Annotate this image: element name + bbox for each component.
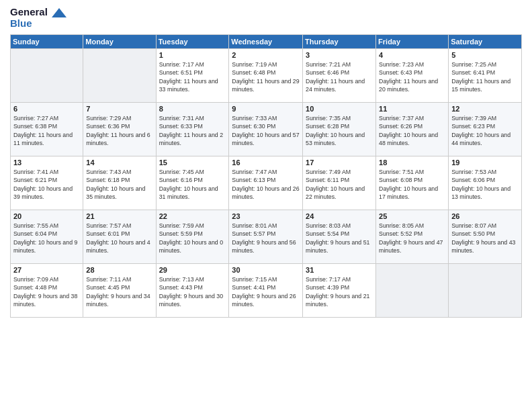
calendar-header-monday: Monday bbox=[83, 35, 156, 49]
day-info: Sunrise: 7:41 AMSunset: 6:21 PMDaylight:… bbox=[13, 168, 80, 201]
day-info: Sunrise: 7:37 AMSunset: 6:26 PMDaylight:… bbox=[379, 114, 445, 147]
day-info: Sunrise: 8:05 AMSunset: 5:52 PMDaylight:… bbox=[379, 222, 445, 255]
calendar-cell: 23Sunrise: 8:01 AMSunset: 5:57 PMDayligh… bbox=[229, 210, 303, 264]
calendar-cell: 14Sunrise: 7:43 AMSunset: 6:18 PMDayligh… bbox=[83, 156, 156, 210]
calendar-cell: 20Sunrise: 7:55 AMSunset: 6:04 PMDayligh… bbox=[11, 210, 83, 264]
calendar-header-tuesday: Tuesday bbox=[156, 35, 229, 49]
calendar-cell: 17Sunrise: 7:49 AMSunset: 6:11 PMDayligh… bbox=[303, 156, 376, 210]
calendar-cell: 22Sunrise: 7:59 AMSunset: 5:59 PMDayligh… bbox=[156, 210, 229, 264]
calendar-week-row: 1Sunrise: 7:17 AMSunset: 6:51 PMDaylight… bbox=[11, 49, 522, 103]
day-info: Sunrise: 7:35 AMSunset: 6:28 PMDaylight:… bbox=[306, 114, 373, 147]
day-info: Sunrise: 7:43 AMSunset: 6:18 PMDaylight:… bbox=[86, 168, 152, 201]
calendar-cell: 7Sunrise: 7:29 AMSunset: 6:36 PMDaylight… bbox=[83, 103, 156, 156]
day-number: 3 bbox=[306, 51, 373, 59]
day-number: 28 bbox=[86, 266, 152, 274]
day-number: 8 bbox=[159, 105, 226, 113]
calendar-cell: 28Sunrise: 7:11 AMSunset: 4:45 PMDayligh… bbox=[83, 264, 156, 318]
day-number: 15 bbox=[159, 158, 226, 167]
day-number: 16 bbox=[232, 158, 300, 167]
calendar-cell: 12Sunrise: 7:39 AMSunset: 6:23 PMDayligh… bbox=[449, 103, 522, 156]
calendar-cell: 4Sunrise: 7:23 AMSunset: 6:43 PMDaylight… bbox=[376, 49, 449, 103]
day-info: Sunrise: 7:55 AMSunset: 6:04 PMDaylight:… bbox=[13, 222, 80, 255]
day-info: Sunrise: 7:09 AMSunset: 4:48 PMDaylight:… bbox=[13, 275, 80, 308]
calendar-cell: 18Sunrise: 7:51 AMSunset: 6:08 PMDayligh… bbox=[376, 156, 449, 210]
logo: General Blue bbox=[10, 7, 66, 29]
calendar-cell bbox=[449, 264, 522, 318]
day-info: Sunrise: 7:17 AMSunset: 4:39 PMDaylight:… bbox=[306, 275, 373, 308]
calendar-cell: 8Sunrise: 7:31 AMSunset: 6:33 PMDaylight… bbox=[156, 103, 229, 156]
calendar-header-wednesday: Wednesday bbox=[229, 35, 303, 49]
calendar-cell: 1Sunrise: 7:17 AMSunset: 6:51 PMDaylight… bbox=[156, 49, 229, 103]
calendar-cell: 5Sunrise: 7:25 AMSunset: 6:41 PMDaylight… bbox=[449, 49, 522, 103]
day-number: 23 bbox=[232, 212, 300, 220]
day-number: 22 bbox=[159, 212, 226, 220]
day-number: 21 bbox=[86, 212, 152, 220]
day-number: 19 bbox=[451, 158, 519, 167]
day-number: 26 bbox=[451, 212, 519, 220]
day-number: 2 bbox=[232, 51, 300, 59]
day-number: 6 bbox=[13, 105, 80, 113]
calendar-header-saturday: Saturday bbox=[449, 35, 522, 49]
calendar-cell: 25Sunrise: 8:05 AMSunset: 5:52 PMDayligh… bbox=[376, 210, 449, 264]
day-number: 31 bbox=[306, 266, 373, 274]
day-number: 29 bbox=[159, 266, 226, 274]
day-info: Sunrise: 7:31 AMSunset: 6:33 PMDaylight:… bbox=[159, 114, 226, 147]
day-info: Sunrise: 8:01 AMSunset: 5:57 PMDaylight:… bbox=[232, 222, 300, 255]
calendar-cell: 9Sunrise: 7:33 AMSunset: 6:30 PMDaylight… bbox=[229, 103, 303, 156]
calendar-table: SundayMondayTuesdayWednesdayThursdayFrid… bbox=[10, 34, 522, 318]
calendar-header-row: SundayMondayTuesdayWednesdayThursdayFrid… bbox=[11, 35, 522, 49]
calendar-header-sunday: Sunday bbox=[11, 35, 83, 49]
calendar-cell: 24Sunrise: 8:03 AMSunset: 5:54 PMDayligh… bbox=[303, 210, 376, 264]
calendar-cell bbox=[376, 264, 449, 318]
day-info: Sunrise: 7:29 AMSunset: 6:36 PMDaylight:… bbox=[86, 114, 152, 147]
calendar-cell: 6Sunrise: 7:27 AMSunset: 6:38 PMDaylight… bbox=[11, 103, 83, 156]
day-number: 27 bbox=[13, 266, 80, 274]
page-header: General Blue bbox=[10, 7, 522, 29]
day-info: Sunrise: 7:19 AMSunset: 6:48 PMDaylight:… bbox=[232, 60, 300, 93]
day-number: 1 bbox=[159, 51, 226, 59]
calendar-week-row: 20Sunrise: 7:55 AMSunset: 6:04 PMDayligh… bbox=[11, 210, 522, 264]
day-info: Sunrise: 7:27 AMSunset: 6:38 PMDaylight:… bbox=[13, 114, 80, 147]
day-number: 14 bbox=[86, 158, 152, 167]
calendar-cell: 13Sunrise: 7:41 AMSunset: 6:21 PMDayligh… bbox=[11, 156, 83, 210]
calendar-header-friday: Friday bbox=[376, 35, 449, 49]
day-info: Sunrise: 7:21 AMSunset: 6:46 PMDaylight:… bbox=[306, 60, 373, 93]
day-info: Sunrise: 7:11 AMSunset: 4:45 PMDaylight:… bbox=[86, 275, 152, 308]
calendar-cell: 26Sunrise: 8:07 AMSunset: 5:50 PMDayligh… bbox=[449, 210, 522, 264]
calendar-cell: 19Sunrise: 7:53 AMSunset: 6:06 PMDayligh… bbox=[449, 156, 522, 210]
logo-container: General Blue bbox=[10, 7, 66, 29]
logo-blue: Blue bbox=[10, 18, 66, 30]
calendar-cell: 31Sunrise: 7:17 AMSunset: 4:39 PMDayligh… bbox=[303, 264, 376, 318]
calendar-header-thursday: Thursday bbox=[303, 35, 376, 49]
calendar-week-row: 27Sunrise: 7:09 AMSunset: 4:48 PMDayligh… bbox=[11, 264, 522, 318]
day-number: 12 bbox=[451, 105, 519, 113]
day-info: Sunrise: 7:45 AMSunset: 6:16 PMDaylight:… bbox=[159, 168, 226, 201]
calendar-cell bbox=[11, 49, 83, 103]
calendar-week-row: 13Sunrise: 7:41 AMSunset: 6:21 PMDayligh… bbox=[11, 156, 522, 210]
day-info: Sunrise: 7:17 AMSunset: 6:51 PMDaylight:… bbox=[159, 60, 226, 93]
logo-arrow-icon bbox=[52, 8, 66, 17]
svg-marker-0 bbox=[52, 8, 66, 17]
day-info: Sunrise: 8:07 AMSunset: 5:50 PMDaylight:… bbox=[451, 222, 519, 255]
day-info: Sunrise: 7:23 AMSunset: 6:43 PMDaylight:… bbox=[379, 60, 445, 93]
calendar-cell: 3Sunrise: 7:21 AMSunset: 6:46 PMDaylight… bbox=[303, 49, 376, 103]
calendar-cell: 29Sunrise: 7:13 AMSunset: 4:43 PMDayligh… bbox=[156, 264, 229, 318]
day-number: 10 bbox=[306, 105, 373, 113]
day-number: 7 bbox=[86, 105, 152, 113]
calendar-week-row: 6Sunrise: 7:27 AMSunset: 6:38 PMDaylight… bbox=[11, 103, 522, 156]
calendar-cell: 2Sunrise: 7:19 AMSunset: 6:48 PMDaylight… bbox=[229, 49, 303, 103]
day-info: Sunrise: 7:47 AMSunset: 6:13 PMDaylight:… bbox=[232, 168, 300, 201]
calendar-cell: 15Sunrise: 7:45 AMSunset: 6:16 PMDayligh… bbox=[156, 156, 229, 210]
day-number: 4 bbox=[379, 51, 445, 59]
day-info: Sunrise: 7:13 AMSunset: 4:43 PMDaylight:… bbox=[159, 275, 226, 308]
day-number: 30 bbox=[232, 266, 300, 274]
calendar-cell: 11Sunrise: 7:37 AMSunset: 6:26 PMDayligh… bbox=[376, 103, 449, 156]
calendar-cell: 10Sunrise: 7:35 AMSunset: 6:28 PMDayligh… bbox=[303, 103, 376, 156]
day-number: 25 bbox=[379, 212, 445, 220]
day-number: 18 bbox=[379, 158, 445, 167]
day-info: Sunrise: 7:33 AMSunset: 6:30 PMDaylight:… bbox=[232, 114, 300, 147]
calendar-cell: 21Sunrise: 7:57 AMSunset: 6:01 PMDayligh… bbox=[83, 210, 156, 264]
day-number: 20 bbox=[13, 212, 80, 220]
calendar-cell bbox=[83, 49, 156, 103]
calendar-cell: 27Sunrise: 7:09 AMSunset: 4:48 PMDayligh… bbox=[11, 264, 83, 318]
